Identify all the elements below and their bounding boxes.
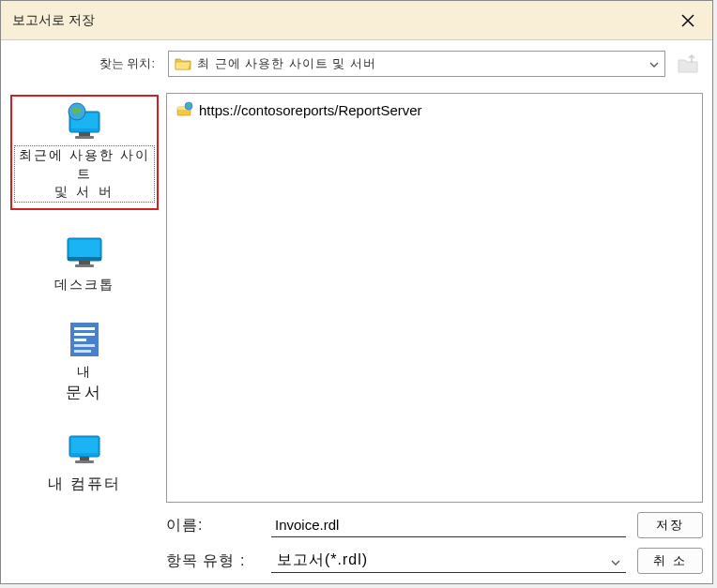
- sidebar-item-my-documents[interactable]: 내 문서: [10, 316, 159, 407]
- svg-rect-15: [74, 339, 86, 341]
- dialog-title: 보고서로 저장: [12, 12, 95, 29]
- monitor-globe-icon: [62, 102, 107, 142]
- save-button[interactable]: 저장: [637, 512, 703, 538]
- svg-point-24: [185, 102, 192, 110]
- places-sidebar: 최근에 사용한 사이트 및 서 버 데스크톱: [10, 93, 159, 574]
- svg-rect-17: [74, 350, 91, 353]
- svg-rect-10: [79, 261, 90, 264]
- sidebar-item-label: 내 문서: [66, 363, 103, 403]
- svg-rect-8: [69, 240, 99, 257]
- titlebar: 보고서로 저장: [1, 1, 712, 40]
- sidebar-item-recent-sites-servers[interactable]: 최근에 사용한 사이트 및 서 버: [10, 95, 159, 210]
- location-value: 최 근에 사용한 사이트 및 서버: [197, 55, 644, 72]
- filename-input[interactable]: [271, 513, 626, 537]
- sidebar-item-desktop[interactable]: 데스크톱: [10, 229, 159, 298]
- folder-icon: [175, 57, 191, 70]
- svg-rect-4: [79, 132, 90, 136]
- svg-rect-16: [74, 344, 95, 347]
- file-type-dropdown[interactable]: 보고서(*.rdl): [271, 549, 626, 573]
- svg-rect-13: [74, 327, 95, 330]
- sidebar-item-label: 내 컴퓨터: [48, 474, 121, 494]
- location-label: 찾는 위치:: [10, 55, 160, 72]
- save-report-dialog: 보고서로 저장 찾는 위치: 최 근에 사용한 사이트 및 서버: [0, 0, 713, 584]
- list-item[interactable]: https://contosoreports/ReportServer: [173, 99, 696, 121]
- up-one-level-button[interactable]: [673, 51, 703, 77]
- bottom-form: 이름: 저장 항목 유형 : 보고서(*.rdl) 취 소: [166, 512, 703, 574]
- file-type-value: 보고서(*.rdl): [277, 550, 368, 570]
- chevron-down-icon: [649, 59, 659, 69]
- type-label: 항목 유형 :: [166, 551, 267, 571]
- name-label: 이름:: [166, 516, 267, 535]
- svg-rect-9: [68, 257, 101, 261]
- folder-up-icon: [677, 53, 699, 74]
- svg-rect-14: [74, 333, 95, 336]
- close-icon: [680, 13, 695, 28]
- type-row: 항목 유형 : 보고서(*.rdl) 취 소: [166, 548, 703, 574]
- toolbar: 찾는 위치: 최 근에 사용한 사이트 및 서버: [1, 40, 712, 87]
- sidebar-item-label: 최근에 사용한 사이트 및 서 버: [14, 145, 155, 203]
- server-icon: [176, 101, 193, 119]
- svg-rect-21: [75, 460, 94, 463]
- svg-rect-5: [75, 136, 94, 139]
- list-item-name: https://contosoreports/ReportServer: [199, 102, 422, 118]
- svg-rect-19: [71, 438, 98, 453]
- svg-rect-20: [80, 457, 89, 460]
- location-dropdown[interactable]: 최 근에 사용한 사이트 및 서버: [168, 51, 665, 77]
- desktop-icon: [62, 233, 107, 272]
- chevron-down-icon: [611, 552, 620, 569]
- svg-rect-11: [75, 264, 94, 267]
- cancel-button[interactable]: 취 소: [637, 548, 703, 574]
- computer-icon: [62, 430, 107, 470]
- sidebar-item-label: 데스크톱: [54, 276, 114, 294]
- sidebar-item-my-computer[interactable]: 내 컴퓨터: [10, 427, 159, 498]
- close-button[interactable]: [675, 8, 701, 34]
- file-list[interactable]: https://contosoreports/ReportServer: [166, 93, 703, 503]
- main-area: https://contosoreports/ReportServer 이름: …: [166, 93, 703, 574]
- name-row: 이름: 저장: [166, 512, 703, 538]
- dialog-body: 최근에 사용한 사이트 및 서 버 데스크톱: [1, 87, 712, 583]
- document-icon: [62, 320, 107, 359]
